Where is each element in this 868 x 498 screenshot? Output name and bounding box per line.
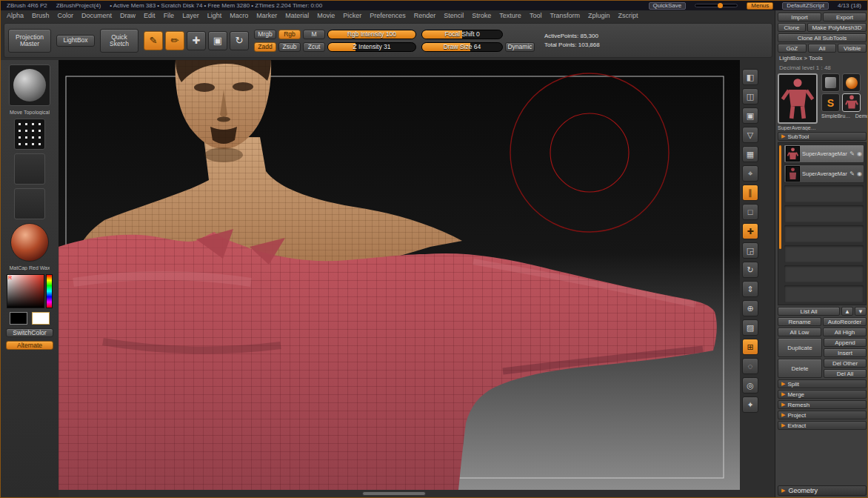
quick-sketch-button[interactable]: Quick Sketch (100, 29, 138, 53)
merge-section-header[interactable]: ▶ Merge (778, 390, 867, 399)
shelf-button-actual[interactable]: ▣ (742, 107, 758, 124)
sculpt-mode-button-zcut[interactable]: Zcut (303, 42, 325, 52)
menu-item[interactable]: Layer (182, 12, 199, 21)
tool-slot-demosoldier[interactable] (842, 93, 861, 112)
del-other-button[interactable]: Del Other (824, 359, 867, 368)
shelf-button-transp[interactable]: ▨ (742, 319, 758, 336)
menu-item[interactable]: Color (58, 12, 74, 21)
list-all-button[interactable]: List All (778, 307, 840, 316)
color-picker[interactable]: R (7, 274, 53, 308)
shelf-button-rotate[interactable]: ↻ (742, 262, 758, 278)
document-viewport[interactable] (59, 60, 740, 490)
menu-item[interactable]: Picker (343, 12, 361, 21)
menu-item[interactable]: Render (414, 12, 436, 21)
menu-item[interactable]: Stroke (472, 12, 491, 21)
duplicate-button[interactable]: Duplicate (778, 338, 822, 357)
menu-item[interactable]: Document (81, 12, 112, 21)
subtool-section-header[interactable]: ▶ SubTool (778, 132, 867, 141)
menu-item[interactable]: Transform (550, 12, 580, 21)
shelf-button-xpose[interactable]: ✦ (742, 396, 758, 413)
shelf-button-bpr[interactable]: ◧ (742, 69, 758, 85)
sculpt-mode-button-zsub[interactable]: Zsub (278, 42, 301, 52)
shelf-button-scale[interactable]: ◲ (742, 242, 758, 259)
menu-item[interactable]: Tool (530, 12, 542, 21)
shelf-button-local[interactable]: ⌖ (742, 165, 758, 182)
menu-item[interactable]: Macro (230, 12, 248, 21)
shelf-button-floor[interactable]: ▦ (742, 146, 758, 162)
material-thumbnail[interactable] (10, 223, 49, 262)
subtool-scrollbar[interactable] (779, 145, 781, 249)
hue-strip[interactable] (46, 274, 53, 308)
shelf-button-polyf[interactable]: ⊞ (742, 339, 758, 355)
switch-color-button[interactable]: SwitchColor (6, 328, 53, 337)
z-intensity-slider[interactable]: Z Intensity 31 (327, 42, 416, 52)
make-polymesh3d-button[interactable]: Make PolyMesh3D (807, 23, 867, 32)
subtool-down-button[interactable]: ▼ (855, 307, 867, 316)
all-low-button[interactable]: All Low (778, 328, 821, 336)
menu-item[interactable]: Brush (32, 12, 50, 21)
mode-button-edit[interactable]: ✎ (144, 31, 163, 50)
export-button[interactable]: Export (823, 13, 867, 21)
mode-button-scale[interactable]: ▣ (208, 31, 227, 50)
clone-button[interactable]: Clone (778, 23, 806, 32)
focal-shift-slider[interactable]: Focal Shift 0 (421, 30, 503, 39)
mode-button-draw[interactable]: ✏ (165, 31, 184, 50)
goz-button[interactable]: GoZ (778, 44, 807, 53)
paint-mode-button-rgb[interactable]: Rgb (278, 30, 301, 39)
menu-item[interactable]: Material (285, 12, 309, 21)
project-section-header[interactable]: ▶ Project (778, 411, 867, 419)
menus-toggle-button[interactable]: Menus (747, 2, 773, 10)
document-scrollbar[interactable] (362, 491, 426, 496)
shelf-button-scroll[interactable]: ⇕ (742, 281, 758, 297)
tool-slot-simplebrush[interactable]: S (821, 93, 840, 112)
delete-button[interactable]: Delete (778, 359, 822, 378)
sculpt-mode-button-zadd[interactable]: Zadd (254, 42, 276, 52)
default-zscript-button[interactable]: DefaultZScript (782, 2, 829, 10)
menu-item[interactable]: Edit (144, 12, 156, 21)
menu-item[interactable]: Zplugin (588, 12, 610, 21)
clone-all-subtools-button[interactable]: Clone All SubTools (778, 33, 867, 42)
saturation-value-square[interactable]: R (7, 274, 44, 308)
shelf-button-zoom[interactable]: ⊕ (742, 300, 758, 316)
lightbox-button[interactable]: LightBox (56, 35, 95, 47)
remesh-section-header[interactable]: ▶ Remesh (778, 400, 867, 409)
auto-reorder-button[interactable]: AutoReorder (823, 317, 867, 326)
menu-item[interactable]: Stencil (444, 12, 464, 21)
menu-item[interactable]: Texture (499, 12, 521, 21)
draw-size-slider[interactable]: Draw Size 64 (421, 42, 503, 52)
current-brush-thumbnail[interactable] (9, 64, 50, 106)
shelf-button-lsym[interactable]: ∥ (742, 185, 758, 201)
del-all-button[interactable]: Del All (824, 369, 867, 378)
rename-button[interactable]: Rename (778, 317, 821, 326)
menu-item[interactable]: Alpha (7, 12, 24, 21)
menu-item[interactable]: Zscript (618, 12, 638, 21)
menu-item[interactable]: Light (207, 12, 222, 21)
alpha-thumbnail[interactable] (14, 153, 45, 185)
mode-button-move[interactable]: ✚ (187, 31, 206, 50)
stroke-type-thumbnail[interactable] (14, 119, 45, 150)
import-button[interactable]: Import (778, 13, 821, 21)
shelf-button-ghost[interactable]: ◌ (742, 358, 758, 374)
ui-intensity-slider[interactable] (695, 4, 738, 7)
subtool-row[interactable]: SuperAverageMan_1 ✎ ◉ (784, 165, 864, 183)
goz-visible-button[interactable]: Visible (838, 44, 867, 53)
secondary-color-swatch[interactable] (32, 312, 50, 325)
brush-icon[interactable]: ✎ (849, 150, 855, 157)
menu-item[interactable]: Preferences (370, 12, 406, 21)
paint-mode-button-m[interactable]: M (303, 30, 325, 39)
current-tool-thumbnail[interactable] (778, 73, 818, 124)
quicksave-button[interactable]: QuickSave (649, 2, 687, 10)
eye-icon[interactable]: ◉ (857, 170, 862, 177)
brush-icon[interactable]: ✎ (849, 170, 855, 177)
menu-item[interactable]: Marker (256, 12, 277, 21)
shelf-button-aa-half[interactable]: ◫ (742, 88, 758, 104)
projection-master-button[interactable]: Projection Master (8, 29, 51, 53)
all-high-button[interactable]: All High (823, 328, 867, 336)
menu-item[interactable]: Draw (120, 12, 136, 21)
tool-slot-cube[interactable] (821, 73, 840, 92)
menu-item[interactable]: Movie (317, 12, 335, 21)
split-section-header[interactable]: ▶ Split (778, 379, 867, 388)
shelf-button-persp[interactable]: ▽ (742, 127, 758, 143)
shelf-button-move[interactable]: ✚ (742, 223, 758, 239)
eye-icon[interactable]: ◉ (857, 150, 862, 157)
